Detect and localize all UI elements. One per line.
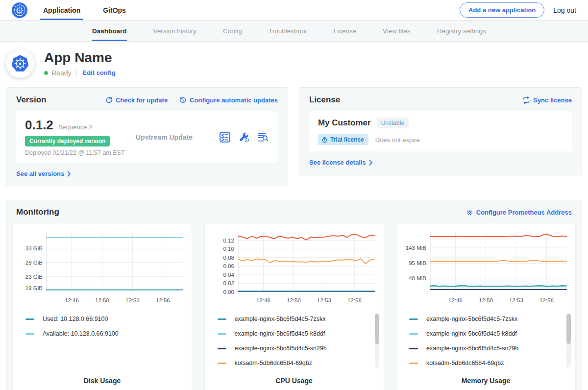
- edit-config-link[interactable]: Edit config: [82, 69, 115, 76]
- subnav-tab-config[interactable]: Config: [223, 21, 242, 41]
- currently-deployed-badge: Currently deployed version: [25, 136, 110, 146]
- kubernetes-app-icon: [6, 49, 34, 78]
- subnav-tab-version-history[interactable]: Version history: [153, 21, 197, 41]
- legend-label: kotsadm-5db6dc6584-69qbz: [426, 360, 504, 366]
- svg-text:12:50: 12:50: [95, 297, 109, 303]
- cpu-usage-card: 12:4612:5012:5312:560.120.100.080.060.04…: [205, 223, 384, 390]
- legend-label: kotsadm-5db6dc6584-69qbz: [235, 360, 312, 366]
- version-card-header: Version Check for update: [16, 95, 278, 105]
- page-title: App Name: [44, 50, 116, 66]
- add-new-application-button[interactable]: Add a new application: [460, 2, 544, 18]
- deployed-timestamp: Deployed 01/21/22 @ 11:57 am EST: [25, 149, 129, 156]
- configure-automatic-updates-link[interactable]: Configure automatic updates: [179, 97, 278, 104]
- configure-automatic-updates-label: Configure automatic updates: [190, 97, 278, 104]
- version-card-actions: Check for update Configure automatic upd…: [105, 97, 278, 104]
- app-status-row: Ready Edit config: [44, 69, 116, 77]
- legend-label: example-nginx-5bc6f5d4c5-7zskx: [235, 316, 326, 322]
- svg-text:33 GiB: 33 GiB: [25, 245, 42, 251]
- disk-usage-chart: 12:4612:5012:5312:5633 GiB28 GiB23 GiB19…: [19, 228, 186, 311]
- legend-color-dash: [218, 363, 226, 364]
- license-card: License Sync license My Customer Unstabl…: [299, 87, 582, 175]
- status-divider: [76, 70, 77, 76]
- subnav-tab-registry-settings[interactable]: Registry settings: [437, 21, 486, 41]
- subnav-tab-troubleshoot[interactable]: Troubleshoot: [269, 21, 307, 41]
- svg-text:48 MiB: 48 MiB: [409, 275, 426, 281]
- legend-item: example-nginx-5bc6f5d4c5-sn29h: [409, 345, 564, 352]
- svg-text:0.10: 0.10: [223, 246, 234, 252]
- legend-color-dash: [409, 348, 418, 349]
- sync-arrows-icon: [522, 97, 530, 104]
- chart-title: Disk Usage: [13, 377, 192, 385]
- legend-item: example-nginx-5bc6f5d4c5-7zskx: [409, 316, 564, 322]
- svg-text:28 GiB: 28 GiB: [25, 260, 42, 266]
- legend-item: kotsadm-5db6dc6584-69qbz: [409, 360, 564, 366]
- current-version-box: 0.1.2 Sequence 2 Currently deployed vers…: [16, 111, 278, 163]
- check-for-update-link[interactable]: Check for update: [105, 97, 168, 104]
- tab-application[interactable]: Application: [40, 0, 83, 20]
- version-source-label: Upstream Update: [136, 133, 193, 141]
- svg-text:12:53: 12:53: [317, 297, 331, 303]
- monitoring-header: Monitoring Configure Prometheus Address: [16, 207, 572, 217]
- tab-gitops[interactable]: GitOps: [100, 0, 129, 20]
- svg-text:12:46: 12:46: [448, 297, 463, 303]
- version-number: 0.1.2: [25, 118, 53, 133]
- legend-color-dash: [409, 318, 418, 320]
- svg-text:19 GiB: 19 GiB: [25, 285, 42, 291]
- svg-text:0.00: 0.00: [223, 289, 234, 295]
- refresh-icon: [105, 97, 113, 104]
- subnav-tab-dashboard[interactable]: Dashboard: [92, 21, 127, 41]
- chevron-right-icon: [369, 160, 373, 166]
- kubernetes-logo-icon[interactable]: [12, 0, 27, 20]
- memory-usage-chart: 12:4612:5012:5312:56143 MiB95 MiB48 MiB: [403, 228, 569, 311]
- subnav-tab-view-files[interactable]: View files: [383, 21, 411, 41]
- legend-label: example-nginx-5bc6f5d4c5-k8ddf: [235, 330, 325, 337]
- scrollbar-thumb[interactable]: [566, 314, 571, 344]
- config-wrench-icon[interactable]: [238, 131, 250, 143]
- app-header: App Name Ready Edit config: [0, 42, 588, 87]
- scrollbar-thumb[interactable]: [375, 314, 379, 344]
- top-nav: Application GitOps Add a new application…: [0, 0, 588, 21]
- sync-license-link[interactable]: Sync license: [522, 97, 572, 104]
- legend-scrollbar[interactable]: [375, 314, 379, 367]
- preflight-checks-icon[interactable]: [219, 131, 231, 143]
- tab-application-label: Application: [43, 6, 80, 14]
- version-card: Version Check for update: [6, 87, 288, 186]
- memory-usage-legend: example-nginx-5bc6f5d4c5-7zskxexample-ng…: [396, 311, 575, 377]
- configure-prometheus-link[interactable]: Configure Prometheus Address: [466, 209, 572, 216]
- see-license-details-link[interactable]: See license details: [309, 159, 373, 166]
- legend-color-dash: [409, 333, 418, 335]
- channel-badge: Unstable: [377, 118, 409, 128]
- legend-scrollbar[interactable]: [566, 314, 571, 367]
- clock-history-icon: [179, 97, 187, 104]
- version-card-title: Version: [16, 95, 46, 105]
- topnav-tabs: Application GitOps: [40, 0, 146, 20]
- chart-title: Memory Usage: [396, 377, 575, 385]
- dashboard-main: Version Check for update: [0, 87, 588, 390]
- logout-button[interactable]: Log out: [553, 6, 576, 14]
- see-all-versions-link[interactable]: See all versions: [16, 170, 71, 177]
- chevron-right-icon: [67, 171, 71, 177]
- topnav-right: Add a new application Log out: [460, 0, 576, 20]
- view-files-diff-icon[interactable]: [257, 132, 269, 143]
- legend-color-dash: [409, 363, 418, 364]
- ready-status-label: Ready: [51, 69, 71, 77]
- svg-text:0.06: 0.06: [223, 263, 234, 269]
- gear-icon: [466, 209, 473, 216]
- license-card-header: License Sync license: [309, 95, 572, 105]
- svg-text:12:56: 12:56: [539, 297, 554, 303]
- license-expiry-label: Does not expire: [375, 136, 420, 144]
- stopwatch-icon: [321, 137, 328, 143]
- current-version-info: 0.1.2 Sequence 2 Currently deployed vers…: [25, 118, 129, 156]
- legend-label: example-nginx-5bc6f5d4c5-7zskx: [426, 316, 517, 322]
- svg-text:12:50: 12:50: [479, 297, 493, 303]
- svg-text:12:50: 12:50: [287, 297, 301, 303]
- legend-label: example-nginx-5bc6f5d4c5-sn29h: [235, 345, 327, 352]
- chart-title: CPU Usage: [205, 377, 384, 385]
- disk-usage-card: 12:4612:5012:5312:5633 GiB28 GiB23 GiB19…: [13, 223, 192, 390]
- ready-status-dot: [44, 71, 48, 75]
- subnav-tab-license[interactable]: License: [333, 21, 356, 41]
- kubernetes-logo-icon: [12, 2, 27, 18]
- svg-text:143 MiB: 143 MiB: [405, 245, 426, 251]
- kubernetes-app-icon: [9, 53, 31, 74]
- sub-nav: Dashboard Version history Config Trouble…: [0, 21, 588, 42]
